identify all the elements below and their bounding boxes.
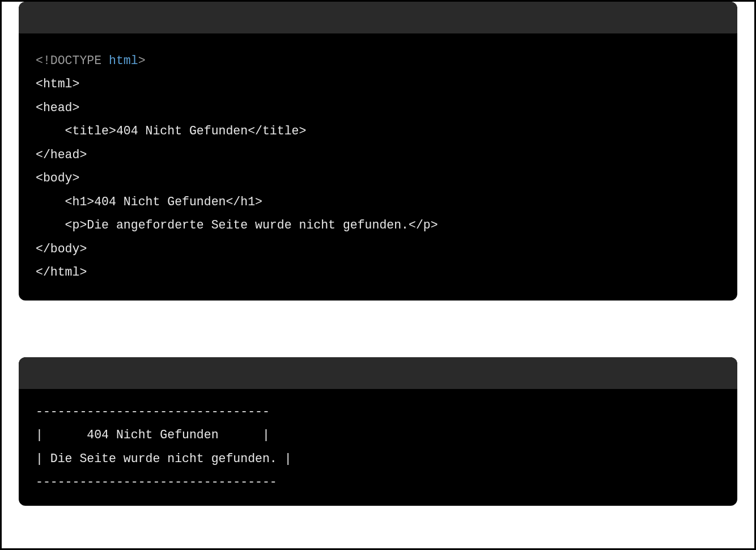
doctype-open: <!DOCTYPE — [36, 54, 109, 67]
doctype-close: > — [138, 54, 146, 67]
code-line: </body> — [36, 242, 87, 256]
code-block-body: <!DOCTYPE html> <html> <head> <title>404… — [19, 33, 737, 301]
code-line: <head> — [36, 101, 79, 115]
outer-frame: <!DOCTYPE html> <html> <head> <title>404… — [0, 0, 756, 550]
content-area: <!DOCTYPE html> <html> <head> <title>404… — [2, 2, 754, 523]
code-line: </head> — [36, 148, 87, 162]
code-line: <title>404 Nicht Gefunden</title> — [36, 124, 306, 138]
code-line: <h1>404 Nicht Gefunden</h1> — [36, 195, 262, 209]
spacer — [19, 318, 737, 357]
code-block-header — [19, 357, 737, 389]
code-block-header — [19, 2, 737, 33]
code-line: <body> — [36, 171, 79, 185]
ascii-line: | Die Seite wurde nicht gefunden. | — [36, 452, 292, 466]
ascii-line: --------------------------------- — [36, 475, 277, 489]
code-block-body: -------------------------------- | 404 N… — [19, 389, 737, 506]
html-keyword: html — [109, 54, 138, 67]
ascii-line: -------------------------------- — [36, 405, 270, 418]
ascii-line: | 404 Nicht Gefunden | — [36, 428, 270, 442]
code-block-ascii: -------------------------------- | 404 N… — [19, 357, 737, 506]
code-line: </html> — [36, 265, 87, 279]
code-line: <p>Die angeforderte Seite wurde nicht ge… — [36, 218, 438, 232]
code-line: <html> — [36, 77, 79, 91]
code-block-html: <!DOCTYPE html> <html> <head> <title>404… — [19, 2, 737, 301]
